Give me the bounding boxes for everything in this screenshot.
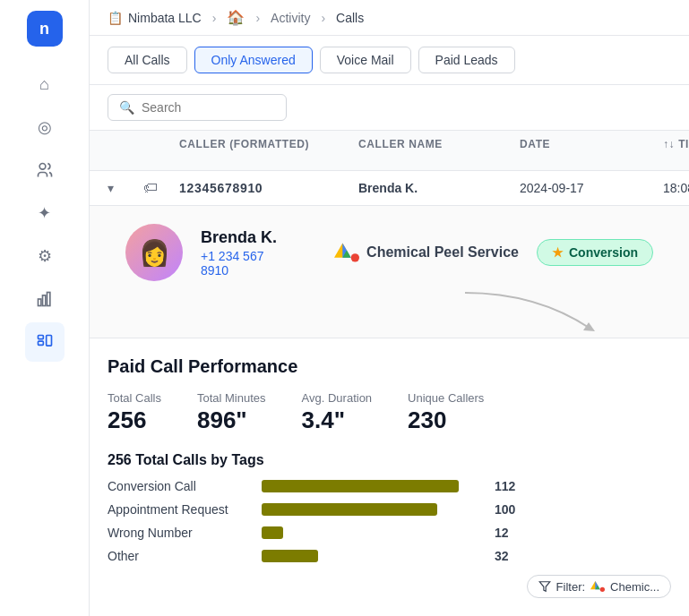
svg-rect-3 [47, 293, 49, 306]
tag-label: Appointment Request [108, 502, 251, 517]
sidebar-item-home[interactable]: ⌂ [25, 64, 65, 104]
breadcrumb-separator-1: › [212, 11, 217, 25]
tag-bar-container [262, 503, 477, 516]
svg-rect-6 [46, 336, 51, 346]
svg-rect-4 [38, 336, 43, 339]
tag-row: Conversion Call 112 [108, 479, 671, 493]
filter-tab-voice-mail[interactable]: Voice Mail [320, 47, 411, 73]
col-caller-name: Caller Name [358, 138, 520, 163]
svg-rect-1 [38, 299, 40, 306]
stat-total-minutes-value: 896" [197, 406, 266, 434]
sidebar-item-settings[interactable]: ⚙ [25, 236, 65, 276]
col-expand [108, 138, 143, 163]
svg-point-0 [39, 164, 46, 170]
stat-unique-callers-value: 230 [408, 406, 484, 434]
sidebar-item-chart[interactable] [25, 279, 65, 319]
conversion-label: Conversion [569, 245, 638, 260]
expanded-detail: 👩 Brenda K. +1 234 567 8910 Chemical Pee… [90, 206, 689, 338]
filter-tab-only-answered[interactable]: Only Answered [194, 47, 313, 73]
row-phone: 12345678910 [179, 181, 358, 195]
company-icon: 📋 [108, 11, 123, 25]
filter-tab-all-calls[interactable]: All Calls [108, 47, 187, 73]
curved-arrow [456, 288, 617, 338]
caller-phone: +1 234 567 8910 [201, 249, 280, 278]
svg-rect-2 [42, 295, 45, 306]
caller-info-block: Brenda K. +1 234 567 8910 [201, 228, 280, 278]
breadcrumb-separator-3: › [321, 11, 325, 25]
tag-bar-container [262, 550, 477, 562]
stat-total-minutes-label: Total Minutes [197, 391, 266, 405]
col-caller-formatted: Caller (Formatted) [179, 138, 358, 163]
sidebar-item-users[interactable] [25, 150, 65, 190]
stat-total-calls-label: Total Calls [108, 391, 161, 405]
stat-total-minutes: Total Minutes 896" [197, 391, 266, 434]
filter-tab-paid-leads[interactable]: Paid Leads [418, 47, 515, 73]
performance-section: Paid Call Performance Total Calls 256 To… [90, 338, 689, 581]
tag-label: Wrong Number [108, 526, 251, 540]
search-input[interactable] [142, 100, 275, 115]
tag-row: Wrong Number 12 [108, 526, 671, 540]
tag-bar [262, 480, 459, 492]
table-row[interactable]: ▾ 🏷 12345678910 Brenda K. 2024-09-17 18:… [90, 171, 689, 206]
tag-row: Appointment Request 100 [108, 502, 671, 517]
breadcrumb-separator-2: › [255, 11, 260, 25]
activity-breadcrumb[interactable]: Activity [271, 11, 310, 25]
active-filter-pill[interactable]: Filter: Chemic... [527, 575, 671, 598]
filter-tabs-container: All Calls Only Answered Voice Mail Paid … [90, 36, 689, 85]
svg-rect-5 [38, 341, 43, 345]
stat-avg-duration-label: Avg. Duration [302, 391, 373, 405]
table-header: Caller (Formatted) Caller Name Date ↑↓ T… [90, 131, 689, 171]
company-name: 📋 Nimbata LLC [108, 11, 202, 25]
sidebar-item-sparkle[interactable]: ✦ [25, 193, 65, 233]
star-icon: ★ [552, 245, 564, 260]
tag-bar-container [262, 480, 477, 492]
row-caller-name: Brenda K. [358, 181, 520, 195]
sidebar-item-location[interactable]: ◎ [25, 107, 65, 147]
stat-total-calls-value: 256 [108, 406, 161, 434]
svg-point-10 [600, 587, 605, 592]
filter-pill-prefix: Filter: [556, 580, 586, 594]
tag-count: 100 [495, 502, 515, 517]
stat-avg-duration: Avg. Duration 3.4" [302, 391, 373, 434]
tag-bar [262, 550, 318, 562]
col-date: Date [520, 138, 663, 163]
tag-bar-container [262, 526, 477, 539]
sidebar: n ⌂ ◎ ✦ ⚙ [0, 0, 90, 616]
google-ads-icon [334, 240, 359, 265]
tag-count: 112 [495, 479, 515, 493]
tags-title: 256 Total Calls by Tags [108, 452, 671, 468]
tag-bar [262, 503, 437, 516]
service-badge: Chemical Peel Service [334, 240, 519, 265]
stat-total-calls: Total Calls 256 [108, 391, 161, 434]
caller-avatar: 👩 [125, 224, 183, 281]
filter-pill-value: Chemic... [610, 580, 659, 594]
row-expand-button[interactable]: ▾ [108, 181, 143, 195]
tag-count: 32 [495, 549, 509, 563]
row-time: 18:08:38 [663, 181, 689, 195]
svg-marker-8 [583, 322, 595, 331]
sidebar-item-calls[interactable] [25, 322, 65, 362]
row-flag-icon: 🏷 [143, 180, 179, 196]
search-icon: 🔍 [119, 100, 134, 115]
row-date: 2024-09-17 [520, 181, 663, 195]
col-icon [143, 138, 179, 163]
caller-name: Brenda K. [201, 228, 280, 247]
search-container: 🔍 [90, 85, 689, 131]
svg-point-7 [351, 253, 359, 261]
svg-marker-9 [539, 582, 550, 592]
stat-unique-callers: Unique Callers 230 [408, 391, 484, 434]
home-breadcrumb-icon[interactable]: 🏠 [227, 9, 245, 26]
tags-container: Conversion Call 112 Appointment Request … [108, 479, 671, 563]
tag-row: Other 32 [108, 549, 671, 563]
tag-count: 12 [495, 526, 509, 540]
tag-bar [262, 526, 283, 539]
google-ads-icon-small [590, 579, 605, 594]
topbar: 📋 Nimbata LLC › 🏠 › Activity › Calls [90, 0, 689, 36]
service-name: Chemical Peel Service [366, 244, 519, 261]
conversion-badge: ★ Conversion [537, 239, 653, 266]
col-time: ↑↓ Time [663, 138, 689, 163]
current-breadcrumb: Calls [336, 11, 364, 25]
search-wrapper[interactable]: 🔍 [108, 94, 287, 121]
filter-icon [538, 580, 551, 593]
stat-avg-duration-value: 3.4" [302, 406, 373, 434]
